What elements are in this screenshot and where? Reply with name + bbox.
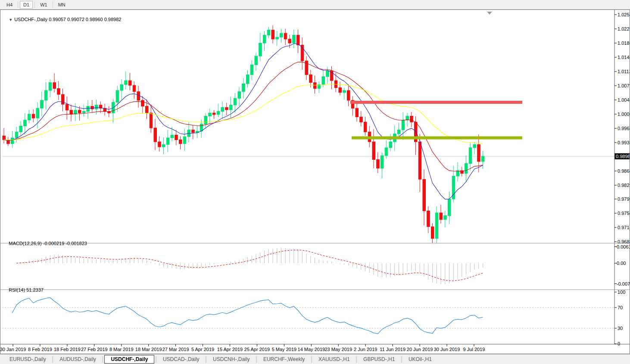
candle-body (3, 136, 6, 140)
date-axis-label: 2 Jun 2019 (354, 347, 377, 352)
candle-body (24, 120, 27, 126)
macd-signal-line (16, 250, 483, 281)
candle-body (204, 116, 207, 124)
candle-body (267, 30, 270, 35)
candle-body (183, 137, 186, 143)
candle-body (154, 128, 157, 142)
price-pane (2, 25, 614, 250)
pane-divider[interactable] (0, 289, 630, 290)
candle-body (162, 145, 165, 147)
date-axis-label: 5 Apr 2019 (191, 347, 214, 352)
tab-eurusd-daily[interactable]: EURUSD-,Daily (4, 355, 51, 363)
candle-body (150, 113, 153, 128)
candle-body (435, 213, 438, 239)
chart-dropdown-icon[interactable]: ▼ (9, 18, 12, 22)
candle-body (15, 132, 18, 138)
tab-audusd-daily[interactable]: AUDUSD-,Daily (54, 355, 101, 363)
tab-separator: │ (205, 356, 208, 362)
resistance-level-line[interactable] (350, 101, 522, 104)
price-axis-label: 0.97540 (618, 211, 630, 216)
candle-body (418, 142, 421, 179)
candle-body (133, 85, 136, 92)
candle-body (166, 138, 169, 145)
candle-body (91, 106, 94, 109)
candle-body (280, 33, 283, 37)
tab-xauusd-h1[interactable]: XAUUSD-,H1 (313, 355, 355, 363)
tab-separator: │ (154, 356, 158, 362)
price-axis-label: 0.99690 (618, 126, 630, 131)
candle-body (19, 126, 22, 132)
candle-body (406, 116, 409, 120)
support-level-line[interactable] (352, 136, 522, 139)
candle-body (356, 108, 359, 117)
candle-body (250, 65, 253, 75)
rsi-axis-label: 70 (618, 305, 623, 310)
tab-separator: │ (355, 356, 359, 362)
candle-body (230, 105, 233, 110)
candle-body (440, 213, 443, 220)
price-axis-label: 0.96820 (618, 239, 630, 244)
tab-usdcnh-daily[interactable]: USDCNH-,Daily (208, 355, 255, 363)
pane-divider (0, 290, 630, 290)
candle-body (238, 92, 241, 99)
timeframe-toolbar: H4D1W1MN (0, 0, 630, 9)
candle-body (82, 112, 85, 113)
chart-window: ▼USDCHF-,Daily 0.99057 0.99072 0.98960 0… (0, 9, 630, 354)
candle-body (45, 90, 48, 100)
date-axis-label: 18 Mar 2019 (135, 347, 162, 352)
candle-body (288, 39, 291, 43)
timeframe-button-w1[interactable]: W1 (37, 1, 51, 9)
candle-body (62, 94, 65, 104)
timeframe-button-d1[interactable]: D1 (20, 1, 33, 9)
price-axis-label: 1.00410 (618, 97, 630, 103)
candle-body (297, 35, 300, 45)
tab-separator: │ (101, 356, 105, 362)
candle-body (57, 88, 60, 94)
candle-body (402, 120, 405, 130)
candle-body (385, 148, 388, 156)
pane-divider[interactable] (0, 243, 630, 243)
tab-usdcad-daily[interactable]: USDCAD-,Daily (158, 355, 205, 363)
candle-body (175, 135, 178, 140)
tab-separator: │ (400, 356, 403, 362)
macd-pane (16, 248, 483, 284)
macd-axis-label: 0.00613 (617, 244, 630, 249)
candle-body (41, 100, 44, 108)
candle-body (293, 35, 296, 43)
candle-body (360, 117, 363, 122)
price-axis-label: 1.01850 (618, 40, 630, 46)
candle-body (120, 84, 123, 90)
timeframe-button-mn[interactable]: MN (55, 1, 69, 9)
candle-body (343, 90, 346, 93)
price-axis-label: 0.97180 (618, 225, 630, 230)
tab-eurchf-weekly[interactable]: EURCHF-,Weekly (258, 355, 310, 363)
tab-usdchf-daily[interactable]: USDCHF-,Daily (104, 355, 154, 364)
date-axis-label: 27 Feb 2019 (81, 347, 108, 352)
candle-body (36, 108, 39, 118)
candle-body (314, 83, 317, 89)
toolbar-separator (53, 2, 53, 8)
date-axis-label: 15 Apr 2019 (217, 347, 243, 352)
chart-ohlc-values: 0.99057 0.99072 0.98960 0.98982 (49, 17, 121, 22)
date-axis-label: 18 Feb 2019 (54, 347, 81, 352)
timeframe-button-h4[interactable]: H4 (3, 1, 16, 9)
candle-body (116, 90, 119, 102)
tab-gbpusd-h1[interactable]: GBPUSD-,H1 (358, 355, 400, 363)
date-axis-label: 9 Jul 2019 (463, 347, 485, 352)
candle-body (326, 71, 329, 77)
candle-body (87, 106, 90, 112)
chart-symbol-label: USDCHF-,Daily (14, 17, 47, 22)
rsi-indicator-label: RSI(14) 51.2337 (3, 282, 44, 298)
price-axis-label: 0.98250 (618, 183, 630, 188)
tab-separator: │ (51, 356, 55, 362)
candle-body (171, 135, 174, 138)
candle-body (372, 142, 375, 159)
candle-body (339, 88, 342, 93)
chart-shift-marker-icon[interactable] (487, 12, 492, 15)
tab-ukoil-h1[interactable]: UKOil-,H1 (403, 355, 437, 363)
candle-body (377, 159, 380, 168)
candle-body (431, 227, 434, 238)
price-chart-canvas[interactable]: 1.025701.022101.018501.014901.011301.007… (0, 10, 630, 354)
candle-body (259, 43, 262, 56)
candle-body (473, 145, 476, 148)
